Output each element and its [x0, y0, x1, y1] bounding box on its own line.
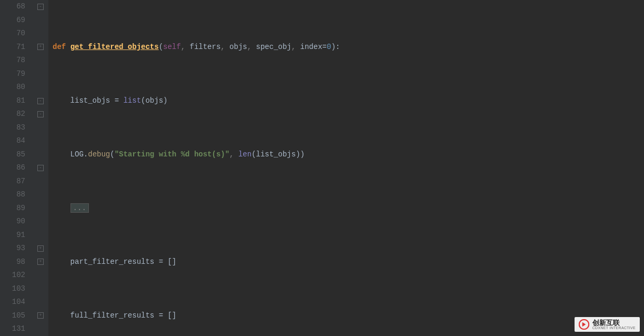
code-line-folded[interactable]: ...: [53, 202, 644, 215]
line-number: 87: [0, 175, 25, 189]
line-number: 88: [0, 188, 25, 202]
line-number: 93: [0, 242, 25, 255]
line-number: 90: [0, 215, 25, 229]
line-number: 80: [0, 81, 25, 94]
line-number-gutter: 68 69 70 71 78 79 80 81 82 83 84 85 86 8…: [0, 0, 36, 336]
fold-toggle-icon[interactable]: +: [37, 44, 44, 50]
line-number: 105: [0, 309, 25, 323]
fold-toggle-icon[interactable]: -: [37, 111, 44, 117]
line-number: 131: [0, 322, 25, 336]
code-line[interactable]: LOG.debug("Starting with %d host(s)", le…: [53, 148, 644, 162]
line-number: 71: [0, 41, 25, 54]
code-editor[interactable]: 68 69 70 71 78 79 80 81 82 83 84 85 86 8…: [0, 0, 644, 336]
watermark-badge: 创新互联 CDXNET INTERACTIVE: [575, 317, 640, 332]
line-number: 70: [0, 27, 25, 41]
line-number: 69: [0, 14, 25, 27]
line-number: 68: [0, 0, 25, 14]
line-number: 89: [0, 202, 25, 215]
line-number: 104: [0, 295, 25, 309]
line-number: 85: [0, 148, 25, 162]
code-line[interactable]: list_objs = list(objs): [53, 94, 644, 108]
line-number: 83: [0, 121, 25, 135]
watermark-subtitle: CDXNET INTERACTIVE: [592, 326, 636, 330]
code-line[interactable]: part_filter_results = []: [53, 255, 644, 269]
fold-toggle-icon[interactable]: +: [37, 245, 44, 252]
line-number: 82: [0, 107, 25, 121]
fold-toggle-icon[interactable]: -: [37, 165, 44, 171]
line-number: 84: [0, 134, 25, 148]
fold-ellipsis[interactable]: ...: [71, 203, 89, 213]
watermark-brand: 创新互联: [592, 319, 636, 326]
line-number: 91: [0, 229, 25, 242]
line-number: 86: [0, 161, 25, 175]
code-area[interactable]: def get_filtered_objects(self, filters, …: [48, 0, 644, 336]
line-number: 81: [0, 94, 25, 108]
fold-toggle-icon[interactable]: +: [37, 312, 44, 319]
line-number: 79: [0, 67, 25, 81]
line-number: 98: [0, 255, 25, 269]
fold-toggle-icon[interactable]: -: [37, 98, 44, 104]
fold-toggle-icon[interactable]: -: [37, 4, 44, 10]
fold-gutter[interactable]: - + - - - + + +: [36, 0, 48, 336]
fold-toggle-icon[interactable]: +: [37, 259, 44, 265]
line-number: 103: [0, 282, 25, 296]
code-line[interactable]: def get_filtered_objects(self, filters, …: [53, 41, 644, 54]
line-number: 78: [0, 54, 25, 67]
watermark-logo-icon: [579, 319, 589, 330]
code-line[interactable]: full_filter_results = []: [53, 309, 644, 323]
line-number: 102: [0, 269, 25, 282]
